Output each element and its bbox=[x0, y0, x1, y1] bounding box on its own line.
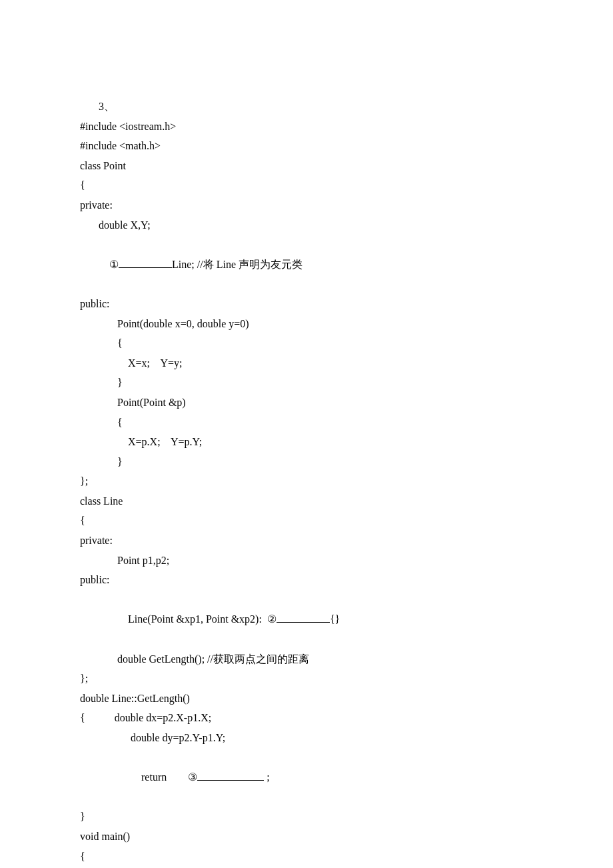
fill-blank-1[interactable] bbox=[119, 257, 172, 268]
code-line: double GetLength(); //获取两点之间的距离 bbox=[80, 649, 533, 669]
code-line: #include <iostream.h> bbox=[80, 117, 533, 137]
code-line: }; bbox=[80, 669, 533, 689]
code-line: } bbox=[80, 373, 533, 393]
code-line: X=x; Y=y; bbox=[80, 353, 533, 373]
code-line: public: bbox=[80, 570, 533, 590]
code-line: Point(double x=0, double y=0) bbox=[80, 314, 533, 334]
code-line: { double dx=p2.X-p1.X; bbox=[80, 708, 533, 728]
code-line: double X,Y; bbox=[80, 215, 533, 235]
code-line: class Line bbox=[80, 491, 533, 511]
code-line: double dy=p2.Y-p1.Y; bbox=[80, 728, 533, 748]
code-line-blank-3: return ③ ; bbox=[80, 748, 533, 807]
code-line: Point(Point &p) bbox=[80, 393, 533, 413]
code-line: }; bbox=[80, 471, 533, 491]
code-line: { bbox=[80, 413, 533, 433]
code-line: Point p1,p2; bbox=[80, 551, 533, 571]
code-line: public: bbox=[80, 294, 533, 314]
question-number: 3、 bbox=[80, 97, 533, 117]
code-text: ; bbox=[264, 771, 269, 783]
code-line: { bbox=[80, 511, 533, 531]
document-page: 3、 #include <iostream.h> #include <math.… bbox=[0, 0, 613, 868]
code-line: double Line::GetLength() bbox=[80, 689, 533, 709]
code-line: private: bbox=[80, 195, 533, 215]
code-line: X=p.X; Y=p.Y; bbox=[80, 432, 533, 452]
code-line: } bbox=[80, 452, 533, 472]
fill-blank-2[interactable] bbox=[277, 611, 330, 623]
code-line: { bbox=[80, 847, 533, 867]
code-line: { bbox=[80, 333, 533, 353]
code-text: Line(Point &xp1, Point &xp2): ② bbox=[128, 613, 277, 625]
fill-blank-3[interactable] bbox=[197, 769, 264, 781]
code-line-blank-1: ①Line; //将 Line 声明为友元类 bbox=[80, 235, 533, 294]
code-line: private: bbox=[80, 531, 533, 551]
code-line: void main() bbox=[80, 827, 533, 847]
code-line: { bbox=[80, 175, 533, 195]
code-text: return ③ bbox=[141, 771, 197, 783]
code-line: #include <math.h> bbox=[80, 136, 533, 156]
code-line-blank-2: Line(Point &xp1, Point &xp2): ②{} bbox=[80, 590, 533, 649]
blank-marker-1: ① bbox=[109, 255, 119, 275]
code-text: {} bbox=[330, 613, 340, 625]
code-line: class Point bbox=[80, 156, 533, 176]
code-line: } bbox=[80, 807, 533, 827]
code-text: Line; //将 Line 声明为友元类 bbox=[172, 259, 303, 270]
